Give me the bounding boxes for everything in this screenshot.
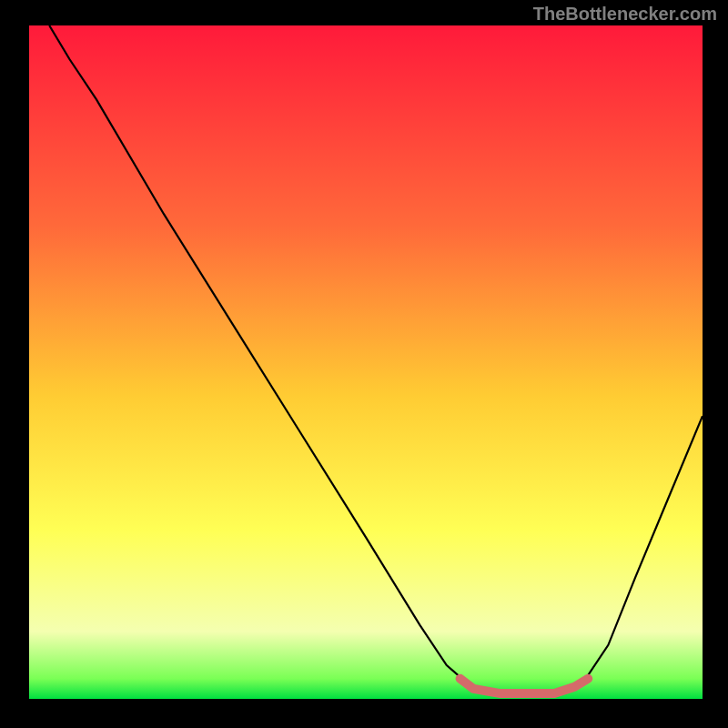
plot-area bbox=[29, 25, 703, 699]
watermark-text: TheBottlenecker.com bbox=[533, 4, 717, 25]
chart-container: TheBottlenecker.com bbox=[0, 0, 728, 728]
chart-svg bbox=[29, 25, 703, 699]
gradient-background bbox=[29, 25, 703, 699]
